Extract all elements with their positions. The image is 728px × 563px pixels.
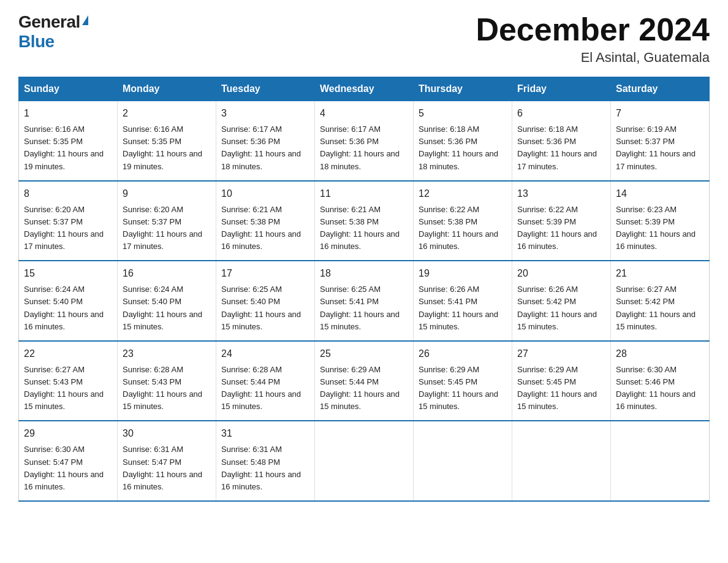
day-info: Sunrise: 6:30 AMSunset: 5:46 PMDaylight:… <box>616 365 696 411</box>
calendar-cell: 25Sunrise: 6:29 AMSunset: 5:44 PMDayligh… <box>315 341 414 421</box>
day-number: 28 <box>616 347 704 361</box>
calendar-cell: 24Sunrise: 6:28 AMSunset: 5:44 PMDayligh… <box>216 341 315 421</box>
calendar-cell: 8Sunrise: 6:20 AMSunset: 5:37 PMDaylight… <box>19 181 118 261</box>
day-info: Sunrise: 6:18 AMSunset: 5:36 PMDaylight:… <box>517 124 597 170</box>
calendar-cell: 10Sunrise: 6:21 AMSunset: 5:38 PMDayligh… <box>216 181 315 261</box>
month-title: December 2024 <box>476 12 710 47</box>
calendar-cell <box>414 421 512 501</box>
calendar-cell: 26Sunrise: 6:29 AMSunset: 5:45 PMDayligh… <box>414 341 512 421</box>
day-info: Sunrise: 6:22 AMSunset: 5:39 PMDaylight:… <box>517 205 597 251</box>
day-number: 30 <box>123 426 211 441</box>
calendar-cell: 5Sunrise: 6:18 AMSunset: 5:36 PMDaylight… <box>414 101 512 181</box>
page-header: General Blue December 2024 El Asintal, G… <box>18 12 710 66</box>
logo-general-text: General <box>18 12 80 32</box>
calendar-week-row: 29Sunrise: 6:30 AMSunset: 5:47 PMDayligh… <box>19 421 710 501</box>
calendar-cell: 22Sunrise: 6:27 AMSunset: 5:43 PMDayligh… <box>19 341 118 421</box>
calendar-cell: 12Sunrise: 6:22 AMSunset: 5:38 PMDayligh… <box>414 181 512 261</box>
day-number: 12 <box>419 186 507 201</box>
calendar-cell: 29Sunrise: 6:30 AMSunset: 5:47 PMDayligh… <box>19 421 118 501</box>
day-info: Sunrise: 6:28 AMSunset: 5:43 PMDaylight:… <box>123 365 202 411</box>
calendar-cell: 15Sunrise: 6:24 AMSunset: 5:40 PMDayligh… <box>19 261 118 341</box>
logo: General Blue <box>18 12 88 52</box>
day-number: 21 <box>616 266 704 281</box>
calendar-cell: 20Sunrise: 6:26 AMSunset: 5:42 PMDayligh… <box>512 261 611 341</box>
day-info: Sunrise: 6:16 AMSunset: 5:35 PMDaylight:… <box>123 124 202 170</box>
calendar-cell <box>512 421 611 501</box>
calendar-cell: 19Sunrise: 6:26 AMSunset: 5:41 PMDayligh… <box>414 261 512 341</box>
day-number: 14 <box>616 186 704 201</box>
day-info: Sunrise: 6:21 AMSunset: 5:38 PMDaylight:… <box>320 205 400 251</box>
calendar-cell: 27Sunrise: 6:29 AMSunset: 5:45 PMDayligh… <box>512 341 611 421</box>
day-info: Sunrise: 6:18 AMSunset: 5:36 PMDaylight:… <box>419 124 498 170</box>
calendar-cell: 28Sunrise: 6:30 AMSunset: 5:46 PMDayligh… <box>611 341 710 421</box>
day-number: 7 <box>616 106 704 121</box>
calendar-week-row: 15Sunrise: 6:24 AMSunset: 5:40 PMDayligh… <box>19 261 710 341</box>
day-number: 13 <box>517 186 605 201</box>
calendar-cell: 21Sunrise: 6:27 AMSunset: 5:42 PMDayligh… <box>611 261 710 341</box>
column-header-thursday: Thursday <box>414 77 512 101</box>
calendar-cell: 31Sunrise: 6:31 AMSunset: 5:48 PMDayligh… <box>216 421 315 501</box>
column-header-saturday: Saturday <box>611 77 710 101</box>
title-section: December 2024 El Asintal, Guatemala <box>476 12 710 66</box>
day-info: Sunrise: 6:25 AMSunset: 5:41 PMDaylight:… <box>320 285 400 331</box>
day-info: Sunrise: 6:31 AMSunset: 5:47 PMDaylight:… <box>123 445 202 491</box>
day-number: 24 <box>221 347 309 361</box>
calendar-week-row: 8Sunrise: 6:20 AMSunset: 5:37 PMDaylight… <box>19 181 710 261</box>
day-number: 5 <box>419 106 507 121</box>
day-number: 2 <box>123 106 211 121</box>
day-number: 11 <box>320 186 408 201</box>
column-header-monday: Monday <box>118 77 216 101</box>
day-number: 20 <box>517 266 605 281</box>
calendar-cell: 30Sunrise: 6:31 AMSunset: 5:47 PMDayligh… <box>118 421 216 501</box>
calendar-cell: 4Sunrise: 6:17 AMSunset: 5:36 PMDaylight… <box>315 101 414 181</box>
day-info: Sunrise: 6:26 AMSunset: 5:41 PMDaylight:… <box>419 285 498 331</box>
day-number: 23 <box>123 347 211 361</box>
column-header-wednesday: Wednesday <box>315 77 414 101</box>
day-number: 8 <box>24 186 112 201</box>
calendar-cell: 14Sunrise: 6:23 AMSunset: 5:39 PMDayligh… <box>611 181 710 261</box>
day-info: Sunrise: 6:29 AMSunset: 5:45 PMDaylight:… <box>419 365 498 411</box>
day-info: Sunrise: 6:29 AMSunset: 5:45 PMDaylight:… <box>517 365 597 411</box>
day-info: Sunrise: 6:29 AMSunset: 5:44 PMDaylight:… <box>320 365 400 411</box>
day-info: Sunrise: 6:20 AMSunset: 5:37 PMDaylight:… <box>24 205 104 251</box>
day-number: 1 <box>24 106 112 121</box>
day-info: Sunrise: 6:21 AMSunset: 5:38 PMDaylight:… <box>221 205 301 251</box>
day-number: 26 <box>419 347 507 361</box>
calendar-table: SundayMondayTuesdayWednesdayThursdayFrid… <box>18 77 710 502</box>
day-number: 6 <box>517 106 605 121</box>
calendar-week-row: 22Sunrise: 6:27 AMSunset: 5:43 PMDayligh… <box>19 341 710 421</box>
day-number: 4 <box>320 106 408 121</box>
day-info: Sunrise: 6:27 AMSunset: 5:42 PMDaylight:… <box>616 285 696 331</box>
day-number: 31 <box>221 426 309 441</box>
day-number: 15 <box>24 266 112 281</box>
column-header-sunday: Sunday <box>19 77 118 101</box>
day-info: Sunrise: 6:20 AMSunset: 5:37 PMDaylight:… <box>123 205 202 251</box>
day-info: Sunrise: 6:25 AMSunset: 5:40 PMDaylight:… <box>221 285 301 331</box>
day-number: 16 <box>123 266 211 281</box>
calendar-cell: 16Sunrise: 6:24 AMSunset: 5:40 PMDayligh… <box>118 261 216 341</box>
day-info: Sunrise: 6:24 AMSunset: 5:40 PMDaylight:… <box>24 285 104 331</box>
calendar-cell: 11Sunrise: 6:21 AMSunset: 5:38 PMDayligh… <box>315 181 414 261</box>
day-info: Sunrise: 6:23 AMSunset: 5:39 PMDaylight:… <box>616 205 696 251</box>
calendar-cell <box>315 421 414 501</box>
day-info: Sunrise: 6:22 AMSunset: 5:38 PMDaylight:… <box>419 205 498 251</box>
day-number: 22 <box>24 347 112 361</box>
day-info: Sunrise: 6:27 AMSunset: 5:43 PMDaylight:… <box>24 365 104 411</box>
day-number: 3 <box>221 106 309 121</box>
day-number: 9 <box>123 186 211 201</box>
day-number: 29 <box>24 426 112 441</box>
calendar-cell: 2Sunrise: 6:16 AMSunset: 5:35 PMDaylight… <box>118 101 216 181</box>
calendar-cell: 23Sunrise: 6:28 AMSunset: 5:43 PMDayligh… <box>118 341 216 421</box>
calendar-cell <box>611 421 710 501</box>
column-header-tuesday: Tuesday <box>216 77 315 101</box>
logo-blue-text: Blue <box>18 32 55 51</box>
day-number: 27 <box>517 347 605 361</box>
column-header-friday: Friday <box>512 77 611 101</box>
day-number: 10 <box>221 186 309 201</box>
day-info: Sunrise: 6:31 AMSunset: 5:48 PMDaylight:… <box>221 445 301 491</box>
day-number: 18 <box>320 266 408 281</box>
calendar-cell: 17Sunrise: 6:25 AMSunset: 5:40 PMDayligh… <box>216 261 315 341</box>
calendar-week-row: 1Sunrise: 6:16 AMSunset: 5:35 PMDaylight… <box>19 101 710 181</box>
day-info: Sunrise: 6:19 AMSunset: 5:37 PMDaylight:… <box>616 124 696 170</box>
day-info: Sunrise: 6:17 AMSunset: 5:36 PMDaylight:… <box>221 124 301 170</box>
